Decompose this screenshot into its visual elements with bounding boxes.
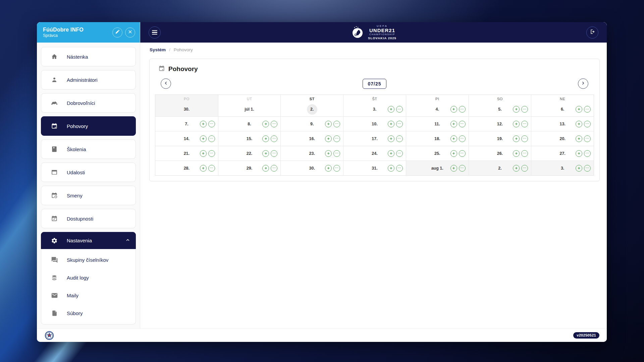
sidebar-item-pohovory[interactable]: Pohovory: [41, 116, 136, 136]
add-interview-icon[interactable]: +: [513, 121, 520, 127]
add-interview-icon[interactable]: +: [576, 135, 582, 142]
add-interview-icon[interactable]: +: [200, 150, 207, 157]
sidebar-subitem-label: Skupiny číselníkov: [67, 257, 108, 263]
add-interview-icon[interactable]: +: [262, 121, 269, 127]
edit-profile-button[interactable]: [112, 27, 122, 38]
add-interview-icon[interactable]: +: [325, 121, 332, 127]
add-interview-icon[interactable]: +: [450, 165, 457, 172]
more-options-icon[interactable]: ···: [584, 106, 591, 113]
more-options-icon[interactable]: ···: [459, 150, 466, 157]
more-options-icon[interactable]: ···: [584, 135, 591, 142]
more-options-icon[interactable]: ···: [459, 121, 466, 127]
sidebar-item-skolenia[interactable]: Školenia: [41, 139, 136, 159]
add-interview-icon[interactable]: +: [450, 150, 457, 157]
calendar-day-cell: 26.+···: [469, 146, 531, 161]
book-icon: [51, 145, 58, 153]
add-interview-icon[interactable]: +: [388, 121, 394, 127]
more-options-icon[interactable]: ···: [333, 150, 340, 157]
sidebar-item-udalosti[interactable]: Udalosti: [41, 163, 136, 182]
add-interview-icon[interactable]: +: [513, 106, 520, 113]
more-options-icon[interactable]: ···: [584, 121, 591, 127]
more-options-icon[interactable]: ···: [271, 150, 277, 157]
add-interview-icon[interactable]: +: [262, 165, 269, 172]
more-options-icon[interactable]: ···: [459, 165, 466, 172]
sidebar-item-administratori[interactable]: Administrátori: [41, 70, 136, 89]
add-interview-icon[interactable]: +: [450, 106, 457, 113]
sidebar-subitem-subory[interactable]: Súbory: [41, 304, 136, 322]
add-interview-icon[interactable]: +: [388, 106, 394, 113]
menu-toggle-button[interactable]: [149, 26, 161, 39]
add-interview-icon[interactable]: +: [513, 135, 520, 142]
calendar-day-cell: 21.+···: [155, 146, 218, 161]
date-label: 15.: [247, 136, 252, 141]
more-options-icon[interactable]: ···: [396, 121, 403, 127]
cell-actions: +···: [325, 121, 340, 127]
more-options-icon[interactable]: ···: [521, 121, 528, 127]
cell-actions: +···: [325, 165, 340, 172]
add-interview-icon[interactable]: +: [576, 106, 582, 113]
more-options-icon[interactable]: ···: [333, 135, 340, 142]
more-options-icon[interactable]: ···: [208, 165, 215, 172]
sidebar-item-smeny[interactable]: Smeny: [41, 186, 136, 205]
more-options-icon[interactable]: ···: [396, 106, 403, 113]
add-interview-icon[interactable]: +: [576, 165, 582, 172]
more-options-icon[interactable]: ···: [459, 135, 466, 142]
sidebar-subitem-audit-logy[interactable]: Audit logy: [41, 269, 136, 287]
add-interview-icon[interactable]: +: [388, 165, 394, 172]
breadcrumb-system-link[interactable]: Systém: [150, 47, 166, 52]
more-options-icon[interactable]: ···: [396, 135, 403, 142]
sidebar-item-nastenka[interactable]: Nástenka: [41, 47, 136, 66]
more-options-icon[interactable]: ···: [271, 135, 277, 142]
next-month-button[interactable]: [578, 78, 588, 89]
more-options-icon[interactable]: ···: [333, 121, 340, 127]
more-options-icon[interactable]: ···: [396, 150, 403, 157]
date-label: 9.: [310, 122, 314, 126]
add-interview-icon[interactable]: +: [576, 121, 582, 127]
add-interview-icon[interactable]: +: [200, 121, 207, 127]
calendar-day-cell: 30.+···: [280, 161, 343, 175]
sidebar-item-nastavenia[interactable]: Nastavenia: [41, 232, 136, 249]
more-options-icon[interactable]: ···: [584, 150, 591, 157]
more-options-icon[interactable]: ···: [521, 106, 528, 113]
month-selector[interactable]: 07/25: [363, 79, 386, 89]
more-options-icon[interactable]: ···: [521, 150, 528, 157]
add-interview-icon[interactable]: +: [325, 150, 332, 157]
add-interview-icon[interactable]: +: [262, 150, 269, 157]
add-interview-icon[interactable]: +: [200, 135, 207, 142]
cell-actions: +···: [513, 135, 528, 142]
more-options-icon[interactable]: ···: [396, 165, 403, 172]
logout-button[interactable]: [586, 26, 598, 39]
more-options-icon[interactable]: ···: [333, 165, 340, 172]
more-options-icon[interactable]: ···: [271, 121, 277, 127]
sidebar-item-dostupnosti[interactable]: Dostupnosti: [41, 209, 136, 228]
more-options-icon[interactable]: ···: [271, 165, 277, 172]
add-interview-icon[interactable]: +: [388, 150, 394, 157]
sidebar-item-label: Pohovory: [67, 123, 88, 129]
cell-actions: +···: [200, 150, 215, 157]
sidebar-subitem-maily[interactable]: Maily: [41, 287, 136, 304]
more-options-icon[interactable]: ···: [584, 165, 591, 172]
more-options-icon[interactable]: ···: [459, 106, 466, 113]
add-interview-icon[interactable]: +: [576, 150, 582, 157]
add-interview-icon[interactable]: +: [262, 135, 269, 142]
add-interview-icon[interactable]: +: [513, 150, 520, 157]
sidebar-item-label: Nastavenia: [67, 238, 125, 243]
previous-month-button[interactable]: [161, 78, 171, 89]
close-sidebar-button[interactable]: [125, 27, 135, 38]
add-interview-icon[interactable]: +: [450, 121, 457, 127]
add-interview-icon[interactable]: +: [450, 135, 457, 142]
add-interview-icon[interactable]: +: [200, 165, 207, 172]
add-interview-icon[interactable]: +: [325, 135, 332, 142]
add-interview-icon[interactable]: +: [513, 165, 520, 172]
more-options-icon[interactable]: ···: [521, 135, 528, 142]
add-interview-icon[interactable]: +: [325, 165, 332, 172]
sidebar-item-dobrovolnici[interactable]: Dobrovoľníci: [41, 93, 136, 113]
more-options-icon[interactable]: ···: [208, 121, 215, 127]
weekday-label: ST: [310, 95, 315, 102]
more-options-icon[interactable]: ···: [208, 135, 215, 142]
add-interview-icon[interactable]: +: [388, 135, 394, 142]
app-title: FúúDobre INFO: [43, 26, 112, 33]
sidebar-subitem-skupiny-ciselnikov[interactable]: Skupiny číselníkov: [41, 251, 136, 269]
more-options-icon[interactable]: ···: [208, 150, 215, 157]
more-options-icon[interactable]: ···: [521, 165, 528, 172]
